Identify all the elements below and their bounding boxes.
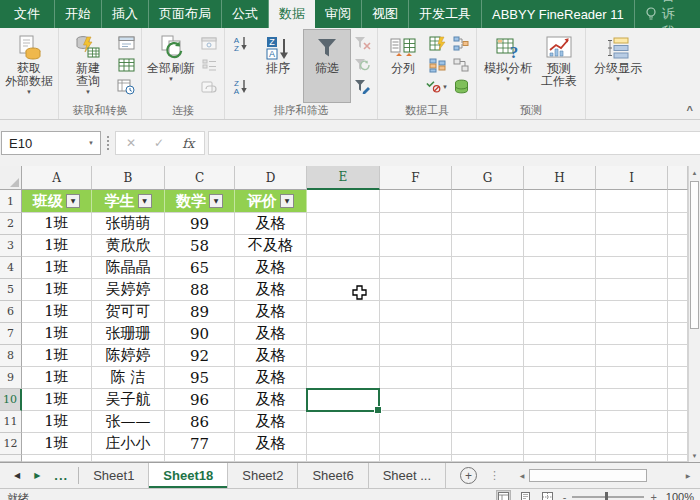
cell-A1[interactable]: 班级▼ (22, 190, 92, 213)
cell-F1[interactable] (380, 190, 452, 213)
cell-I7[interactable] (596, 323, 668, 345)
cell-partial[interactable] (165, 455, 235, 462)
cell-G12[interactable] (452, 433, 524, 455)
sort-desc-button[interactable]: ZA (229, 76, 251, 97)
sheet-tab-Sheet6[interactable]: Sheet6 (298, 463, 368, 488)
cell-D9[interactable]: 及格 (235, 367, 307, 389)
cell-I6[interactable] (596, 301, 668, 323)
cell-B3[interactable]: 黄欣欣 (92, 235, 165, 257)
column-header-E[interactable]: E (307, 166, 380, 190)
cell-H4[interactable] (524, 257, 596, 279)
cell-B2[interactable]: 张萌萌 (92, 213, 165, 235)
relationships-button[interactable] (450, 55, 472, 76)
edit-links-button[interactable] (198, 76, 220, 97)
zoom-level-label[interactable]: 100% (666, 491, 694, 500)
row-header-6[interactable]: 6 (0, 301, 22, 323)
reapply-filter-button[interactable] (351, 55, 373, 76)
sheet-options-dots-icon[interactable]: ⋮ (489, 469, 500, 482)
cell-C3[interactable]: 58 (165, 235, 235, 257)
filter-dropdown-B[interactable]: ▼ (138, 194, 152, 208)
cell-B9[interactable]: 陈 洁 (92, 367, 165, 389)
cell-E6[interactable] (307, 301, 380, 323)
cell-H9[interactable] (524, 367, 596, 389)
cell-F12[interactable] (380, 433, 452, 455)
cell-D3[interactable]: 不及格 (235, 235, 307, 257)
cell-partial[interactable] (22, 455, 92, 462)
scroll-right-icon[interactable]: ▶ (681, 468, 695, 483)
scroll-down-icon[interactable]: ▼ (689, 449, 700, 462)
ribbon-tab-2[interactable]: 插入 (102, 0, 149, 28)
sort-button[interactable]: ZA 排序 (252, 30, 304, 102)
filter-dropdown-C[interactable]: ▼ (209, 194, 223, 208)
cell-D4[interactable]: 及格 (235, 257, 307, 279)
cell-partial-8[interactable] (668, 345, 688, 367)
cell-F4[interactable] (380, 257, 452, 279)
cell-F7[interactable] (380, 323, 452, 345)
cell-F2[interactable] (380, 213, 452, 235)
ribbon-tab-5[interactable]: 数据 (269, 0, 315, 28)
new-query-button[interactable]: 新建 查询 ▼ (62, 30, 114, 102)
scroll-up-icon[interactable]: ▲ (689, 166, 700, 179)
get-external-data-button[interactable]: 获取 外部数据 ▼ (3, 30, 55, 102)
active-cell-E10[interactable] (306, 388, 380, 412)
cell-D10[interactable]: 及格 (235, 389, 307, 411)
remove-duplicates-button[interactable] (426, 55, 448, 76)
zoom-in-icon[interactable]: + (650, 492, 656, 500)
ribbon-tab-6[interactable]: 审阅 (315, 0, 362, 28)
data-validation-button[interactable]: ▼ (426, 76, 448, 97)
cell-B4[interactable]: 陈晶晶 (92, 257, 165, 279)
cell-A11[interactable]: 1班 (22, 411, 92, 433)
name-box-caret-icon[interactable]: ▼ (82, 140, 100, 146)
cell-G10[interactable] (452, 389, 524, 411)
ribbon-tab-3[interactable]: 页面布局 (149, 0, 222, 28)
zoom-track[interactable] (572, 496, 644, 498)
tell-me[interactable]: 告诉我... (635, 0, 696, 28)
normal-view-icon[interactable] (497, 491, 510, 500)
select-all-corner[interactable] (0, 166, 22, 190)
ribbon-tab-7[interactable]: 视图 (362, 0, 409, 28)
recent-sources-button[interactable] (115, 76, 137, 97)
cell-G8[interactable] (452, 345, 524, 367)
cell-I11[interactable] (596, 411, 668, 433)
cell-E3[interactable] (307, 235, 380, 257)
cell-H8[interactable] (524, 345, 596, 367)
cell-E8[interactable] (307, 345, 380, 367)
cell-H10[interactable] (524, 389, 596, 411)
cell-C10[interactable]: 96 (165, 389, 235, 411)
sheet-tab-Sheet[interactable]: Sheet ... (369, 463, 446, 488)
row-header-8[interactable]: 8 (0, 345, 22, 367)
cell-H3[interactable] (524, 235, 596, 257)
cell-H6[interactable] (524, 301, 596, 323)
column-header-A[interactable]: A (22, 166, 92, 190)
cell-C9[interactable]: 95 (165, 367, 235, 389)
cell-H5[interactable] (524, 279, 596, 301)
cell-F9[interactable] (380, 367, 452, 389)
row-header-3[interactable]: 3 (0, 235, 22, 257)
cell-B12[interactable]: 庄小小 (92, 433, 165, 455)
cell-I5[interactable] (596, 279, 668, 301)
sheet-tab-Sheet18[interactable]: Sheet18 (149, 463, 228, 488)
cell-partial-3[interactable] (668, 235, 688, 257)
horizontal-scroll-track[interactable] (529, 468, 681, 483)
cell-C7[interactable]: 90 (165, 323, 235, 345)
column-header-F[interactable]: F (380, 166, 452, 190)
forecast-sheet-button[interactable]: 预测 工作表 (536, 30, 582, 102)
cell-partial-11[interactable] (668, 411, 688, 433)
row-header-2[interactable]: 2 (0, 213, 22, 235)
cell-E1[interactable] (307, 190, 380, 213)
cell-B5[interactable]: 吴婷婷 (92, 279, 165, 301)
flash-fill-button[interactable] (426, 33, 448, 54)
sheet-list-dots[interactable]: ... (54, 468, 68, 483)
scroll-left-icon[interactable]: ◀ (515, 468, 529, 483)
advanced-filter-button[interactable] (351, 76, 373, 97)
cell-partial-5[interactable] (668, 279, 688, 301)
cancel-button[interactable]: ✕ (126, 136, 136, 150)
cell-B11[interactable]: 张—— (92, 411, 165, 433)
cell-H11[interactable] (524, 411, 596, 433)
sheet-tab-Sheet2[interactable]: Sheet2 (228, 463, 298, 488)
cell-I12[interactable] (596, 433, 668, 455)
row-header-5[interactable]: 5 (0, 279, 22, 301)
cell-C5[interactable]: 88 (165, 279, 235, 301)
cell-C4[interactable]: 65 (165, 257, 235, 279)
cell-partial[interactable] (524, 455, 596, 462)
